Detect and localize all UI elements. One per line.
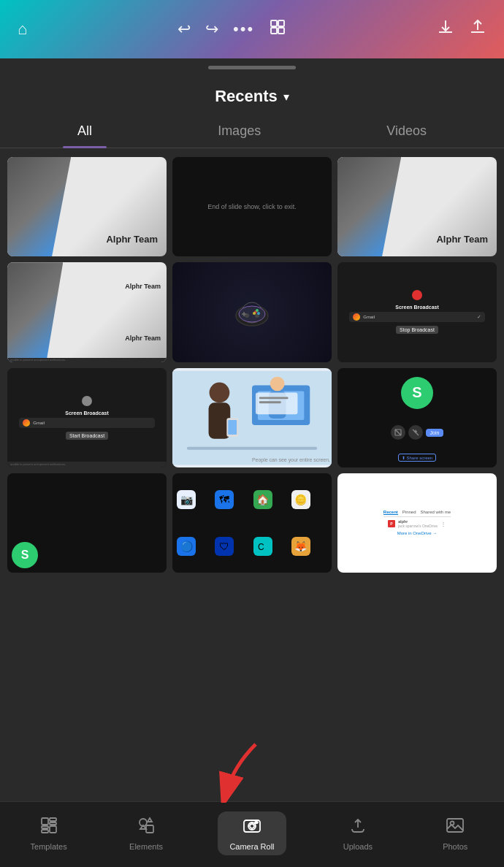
- more-icon[interactable]: •••: [233, 20, 254, 39]
- toolbar-right: [437, 18, 486, 40]
- nav-label-uploads: Uploads: [343, 842, 373, 851]
- svg-rect-38: [50, 826, 56, 833]
- grid-item[interactable]: Alphr Team Alphr Team unable to prevent …: [7, 262, 167, 362]
- game-controller-icon: [233, 297, 271, 327]
- video-mute-icon[interactable]: [391, 425, 405, 440]
- slide-text: End of slide show, click to exit.: [205, 200, 299, 213]
- media-grid-area[interactable]: Alphr Team End of slide show, click to e…: [0, 148, 504, 801]
- gmail-row: Gmail ✓: [349, 312, 484, 322]
- gmail-text: Gmail: [363, 315, 473, 319]
- app-icon[interactable]: C: [253, 537, 272, 556]
- share-icon[interactable]: [469, 18, 486, 40]
- svg-text:People can see your entire scr: People can see your entire screen, inclu…: [252, 457, 332, 462]
- onedrive-file-row: P alphr jack sparrow's OneDrive ⋮: [388, 519, 446, 528]
- tab-videos[interactable]: Videos: [372, 118, 441, 148]
- uploads-icon: [348, 816, 367, 839]
- grid-item[interactable]: Screen Broadcast Gmail Start Broadcast u…: [7, 368, 167, 467]
- undo-icon[interactable]: ↩: [177, 20, 191, 39]
- grid-item[interactable]: 📷 🗺 🏠 🪙 🔵 🛡 C 🦊: [172, 473, 332, 573]
- app-icon[interactable]: 🪙: [291, 490, 310, 509]
- svg-point-14: [253, 312, 256, 315]
- avatar: S: [12, 542, 38, 568]
- onedrive-tab-shared[interactable]: Shared with me: [421, 510, 451, 515]
- toolbar-left: ⌂: [18, 20, 27, 39]
- svg-rect-0: [271, 20, 277, 26]
- avatar: S: [401, 377, 433, 409]
- download-icon[interactable]: [437, 18, 454, 40]
- bottom-nav: Templates Elements: [0, 801, 504, 867]
- nav-item-elements[interactable]: Elements: [121, 816, 172, 851]
- svg-rect-26: [259, 397, 289, 399]
- svg-rect-27: [259, 401, 281, 403]
- svg-text:C: C: [258, 542, 264, 552]
- app-icon[interactable]: 🔵: [177, 537, 196, 556]
- broadcast-dot: [82, 396, 92, 406]
- nav-label-camera-roll: Camera Roll: [229, 842, 274, 851]
- svg-rect-45: [447, 819, 463, 832]
- svg-rect-24: [187, 446, 317, 449]
- app-icon[interactable]: 🗺: [215, 490, 234, 509]
- svg-rect-3: [278, 28, 284, 34]
- grid-item[interactable]: Alphr Team: [337, 157, 497, 256]
- svg-point-22: [270, 376, 285, 391]
- app-icon[interactable]: 🦊: [291, 537, 310, 556]
- app-icon[interactable]: 🏠: [253, 490, 272, 509]
- stop-broadcast-button[interactable]: Stop Broadcast: [396, 326, 438, 334]
- app-icon[interactable]: 🛡: [215, 537, 234, 556]
- app-icon[interactable]: 📷: [177, 490, 196, 509]
- grid-item[interactable]: People can see your entire screen, inclu…: [172, 368, 332, 467]
- gmail-icon: [23, 419, 30, 427]
- audio-mute-icon[interactable]: [408, 425, 423, 440]
- tabs-bar: All Images Videos: [0, 113, 504, 148]
- svg-line-30: [395, 429, 401, 435]
- svg-rect-44: [255, 822, 258, 823]
- svg-rect-37: [42, 830, 48, 833]
- nav-label-templates: Templates: [31, 842, 67, 851]
- nav-item-uploads[interactable]: Uploads: [332, 816, 383, 851]
- grid-item[interactable]: S: [337, 368, 497, 467]
- handle-bar[interactable]: [208, 66, 296, 69]
- svg-rect-2: [271, 28, 277, 34]
- nav-label-elements: Elements: [129, 842, 163, 851]
- svg-rect-10: [242, 313, 246, 315]
- redo-icon[interactable]: ↪: [205, 20, 218, 39]
- more-in-onedrive-link[interactable]: More in OneDrive →: [397, 531, 438, 535]
- elements-icon: [137, 816, 156, 839]
- svg-point-13: [256, 309, 259, 312]
- broadcast-label: Screen Broadcast: [65, 410, 109, 416]
- gmail-text: Gmail: [33, 421, 150, 425]
- nav-item-templates[interactable]: Templates: [23, 816, 75, 851]
- top-toolbar: ⌂ ↩ ↪ •••: [0, 0, 504, 58]
- nav-item-camera-roll[interactable]: Camera Roll: [218, 811, 286, 855]
- grid-item[interactable]: Recent Pinned Shared with me P alphr jac…: [337, 473, 497, 573]
- grid-item[interactable]: S: [7, 473, 167, 573]
- video-controls: Join: [391, 425, 444, 440]
- tab-images[interactable]: Images: [203, 118, 275, 148]
- gmail-icon: [353, 313, 360, 321]
- grid-item[interactable]: [172, 262, 332, 362]
- onedrive-tab-pinned[interactable]: Pinned: [402, 510, 416, 515]
- broadcast-dot: [412, 290, 422, 300]
- broadcast-label: Screen Broadcast: [395, 305, 439, 310]
- slide-text: Alphr Team: [436, 234, 488, 245]
- svg-rect-36: [42, 826, 48, 828]
- recents-header[interactable]: Recents ▾: [0, 74, 504, 113]
- join-button[interactable]: Join: [426, 429, 444, 437]
- grid-item[interactable]: Alphr Team: [7, 157, 167, 256]
- grid-item[interactable]: Screen Broadcast Gmail ✓ Stop Broadcast: [337, 262, 497, 362]
- onedrive-tabs: Recent Pinned Shared with me: [383, 510, 451, 517]
- tab-all[interactable]: All: [63, 118, 107, 148]
- slide-text: Alphr Team: [106, 234, 158, 245]
- recents-title: Recents: [215, 87, 278, 106]
- powerpoint-icon: P: [388, 520, 395, 527]
- pages-icon[interactable]: [269, 18, 286, 40]
- home-icon[interactable]: ⌂: [18, 20, 27, 39]
- svg-rect-1: [278, 20, 284, 26]
- share-screen-button[interactable]: ⬆ Share screen: [398, 454, 436, 462]
- start-broadcast-button[interactable]: Start Broadcast: [66, 432, 108, 440]
- svg-rect-33: [42, 818, 48, 825]
- nav-item-photos[interactable]: Photos: [429, 816, 481, 851]
- onedrive-tab-recent[interactable]: Recent: [383, 510, 398, 515]
- grid-item[interactable]: End of slide show, click to exit.: [172, 157, 332, 256]
- chevron-down-icon[interactable]: ▾: [283, 90, 289, 104]
